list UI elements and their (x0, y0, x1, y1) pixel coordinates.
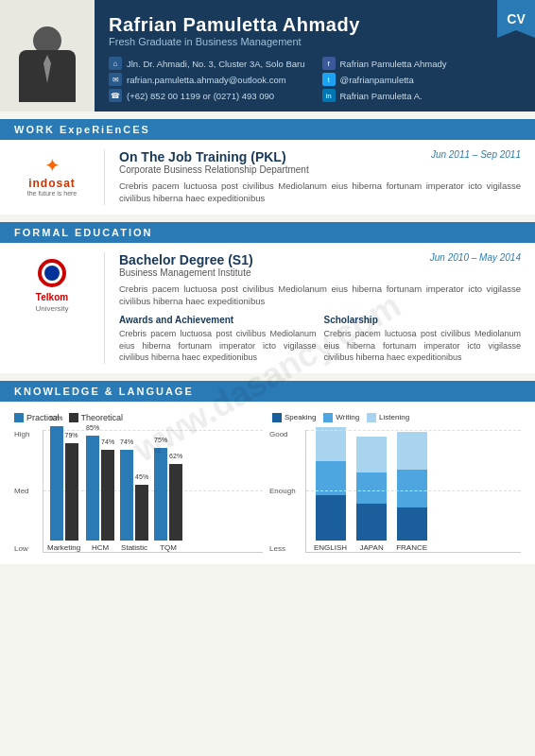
bar-group-marketing: 93% 79% Marketing (47, 426, 80, 552)
practical-legend-box (14, 413, 24, 422)
indosat-star: ✦ (44, 154, 60, 177)
twitter-icon: t (322, 73, 336, 86)
avatar (0, 0, 95, 112)
stacked-bar-english: ENGLISH (314, 427, 347, 552)
indosat-name: indosat (28, 177, 76, 190)
telkom-logo: Telkom University (14, 252, 90, 364)
y-axis-right: Good Enough Less (269, 430, 296, 553)
contact-email: ✉ rafrian.pamuletta.ahmady@outlook.com (109, 73, 313, 86)
work-exp-header: WORK ExpeRiEnCES (0, 119, 535, 140)
knowledge-header: KNOWLEDGE & LANGUAGE (0, 381, 535, 402)
scholarship-section: Scholarship Crebris pacem luctuosa post … (324, 315, 522, 364)
legend-theoretical: Theoretical (69, 413, 124, 422)
job-date: Jun 2011 – Sep 2011 (431, 149, 521, 160)
indosat-tagline: the future is here (27, 190, 78, 197)
header-info: Rafrian Pamuletta Ahmady Fresh Graduate … (95, 0, 535, 112)
legend-listening: Listening (367, 413, 409, 422)
knowledge-content: Practical Theoretical High Med Low (0, 402, 535, 564)
linkedin-icon: in (322, 89, 336, 102)
telkom-name: Telkom (36, 292, 68, 302)
job-description: Crebris pacem luctuosa post civilibus Me… (119, 180, 521, 205)
divider (104, 252, 105, 364)
y-axis-left: High Med Low (14, 430, 29, 553)
bar-group-hcm: 85% 74% HCM (86, 436, 114, 552)
job-department: Corporate Business Relationship Departme… (119, 164, 521, 175)
edu-date: Jun 2010 – May 2014 (430, 252, 521, 263)
contact-address: ⌂ Jln. Dr. Ahmadi, No. 3, Cluster 3A, So… (109, 57, 313, 70)
contact-twitter: t @rafrianpamuletta (322, 73, 526, 86)
bar-chart-right: Speaking Writing Listening Good Enough L… (272, 413, 521, 553)
listening-legend-box (367, 413, 376, 422)
bar-chart-left: Practical Theoretical High Med Low (14, 413, 263, 553)
candidate-name: Rafrian Pamuletta Ahmady (109, 14, 526, 36)
edu-title: Bachelor Degree (S1) (119, 252, 253, 267)
indosat-logo: ✦ indosat the future is here (14, 149, 90, 205)
scholarship-desc: Crebris pacem luctuosa post civilibus Me… (324, 328, 522, 364)
awards-section: Awards and Achievement Crebris pacem luc… (119, 315, 317, 364)
stacked-bar-japan: JAPAN (356, 437, 387, 552)
candidate-subtitle: Fresh Graduate in Business Management (109, 36, 526, 47)
email-icon: ✉ (109, 73, 122, 86)
telkom-icon (33, 257, 71, 290)
contact-facebook: f Rafrian Pamuletta Ahmady (322, 57, 526, 70)
awards-title: Awards and Achievement (119, 315, 317, 325)
work-exp-details: On The Job Training (PKL) Jun 2011 – Sep… (119, 149, 521, 205)
edu-details: Bachelor Degree (S1) Jun 2010 – May 2014… (119, 252, 521, 364)
chart-right-legend: Speaking Writing Listening (272, 413, 521, 422)
edu-header: FORMAL EDUCATION (0, 222, 535, 243)
edu-institute: Business Management Institute (119, 267, 521, 278)
phone-icon: ☎ (109, 89, 122, 102)
work-exp-content: ✦ indosat the future is here On The Job … (0, 140, 535, 215)
scholarship-title: Scholarship (324, 315, 522, 325)
legend-speaking: Speaking (272, 413, 316, 422)
home-icon: ⌂ (109, 57, 122, 70)
job-title: On The Job Training (PKL) (119, 149, 286, 164)
writing-legend-box (323, 413, 333, 422)
chart-right-area: ENGLISH JAPAN (305, 430, 521, 553)
theoretical-legend-box (69, 413, 78, 422)
awards-desc: Crebris pacem luctuosa post civilibus Me… (119, 328, 317, 364)
telkom-uni: University (35, 304, 68, 313)
contact-linkedin: in Rafrian Pamuletta A. (322, 89, 526, 102)
divider (104, 149, 105, 205)
legend-writing: Writing (323, 413, 359, 422)
bar-group-statistic: 74% 45% Statistic (120, 450, 148, 552)
speaking-legend-box (272, 413, 282, 422)
edu-content: Telkom University Bachelor Degree (S1) J… (0, 243, 535, 373)
header: Rafrian Pamuletta Ahmady Fresh Graduate … (0, 0, 535, 112)
contact-list: ⌂ Jln. Dr. Ahmadi, No. 3, Cluster 3A, So… (109, 57, 526, 102)
bar-group-tqm: 75% 62% TQM (154, 448, 182, 552)
stacked-bar-france: FRANCE (396, 432, 427, 552)
contact-phone: ☎ (+62) 852 00 1199 or (0271) 493 090 (109, 89, 313, 102)
chart-left-area: 93% 79% Marketing 85% (43, 430, 263, 553)
facebook-icon: f (322, 57, 336, 70)
edu-description: Crebris pacem luctuosa post civilibus Me… (119, 283, 521, 308)
edu-awards: Awards and Achievement Crebris pacem luc… (119, 315, 521, 364)
